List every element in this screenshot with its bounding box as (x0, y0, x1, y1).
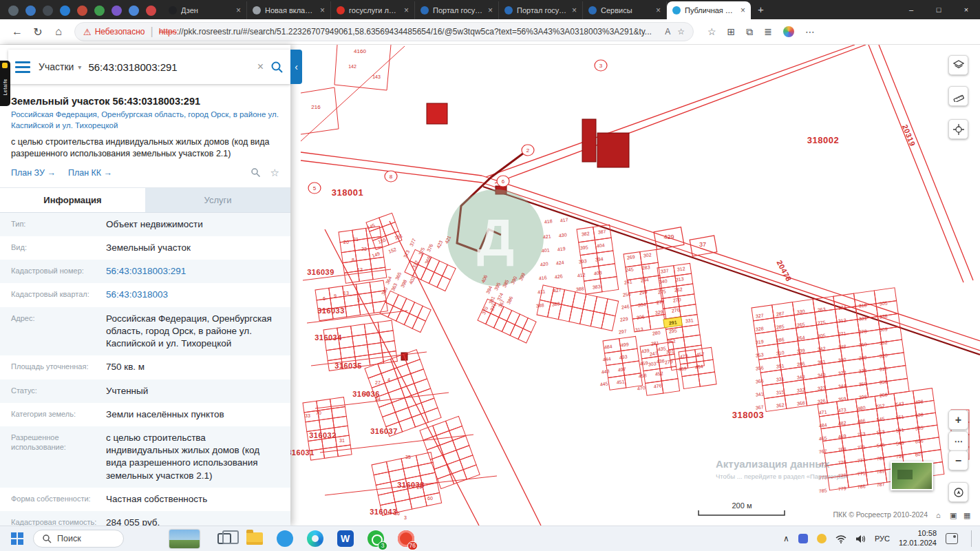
volume-icon[interactable] (855, 534, 866, 543)
grid-icon[interactable] (8, 6, 19, 16)
photo-icon[interactable] (129, 6, 139, 16)
browser-tab[interactable]: Дзен× (163, 1, 247, 19)
parcel-label: 286 (796, 361, 805, 367)
network-icon[interactable] (835, 534, 846, 543)
quarter-label: 316043 (370, 508, 397, 516)
browser-tab[interactable]: Сервисы× (583, 1, 667, 19)
search-input[interactable] (88, 61, 250, 73)
tab-information[interactable]: Информация (0, 188, 145, 212)
tab-close-icon[interactable]: × (319, 6, 326, 15)
file-explorer-button[interactable] (245, 530, 264, 548)
taskbar-clock[interactable]: 10:58 12.01.2024 (899, 529, 937, 548)
whatsapp-button[interactable]: 3 (366, 530, 385, 548)
language-indicator[interactable]: РУС (875, 534, 890, 543)
minimap-thumbnail[interactable] (891, 461, 933, 490)
browser-tab[interactable]: Новая вкладк...× (247, 1, 331, 19)
search-category-dropdown[interactable]: Участки ▾ (39, 61, 81, 72)
maximize-button[interactable]: □ (925, 0, 952, 19)
layers-button[interactable] (948, 55, 968, 75)
locate-button[interactable] (948, 482, 968, 502)
parcel-label: 498 (915, 399, 924, 405)
doc-search-icon[interactable] (251, 167, 261, 178)
collections-icon[interactable]: ⊞ (727, 26, 736, 37)
panel-collapse-button[interactable]: ‹ (290, 50, 302, 84)
parcel-label: 364 (385, 276, 392, 285)
url-field[interactable]: ⚠ Небезопасно | https://pkk.rosreestr.ru… (74, 22, 694, 41)
plan-kk-link[interactable]: План КК → (68, 168, 112, 178)
split-screen-icon[interactable]: ⧉ (746, 26, 753, 38)
security-warning-label[interactable]: Небезопасно (95, 27, 145, 37)
start-button[interactable] (7, 528, 28, 549)
task-view-button[interactable] (215, 530, 233, 548)
close-button[interactable]: × (952, 0, 980, 19)
info-row: Категория земель:Земли населённых пункто… (0, 403, 290, 426)
plan-zu-link[interactable]: План ЗУ → (11, 168, 56, 178)
whatsapp-badge: 3 (378, 541, 387, 550)
measure-button[interactable] (948, 86, 968, 106)
home-button[interactable]: ⌂ (48, 21, 69, 42)
tray-app-icon-blue[interactable] (798, 534, 808, 543)
tab-close-icon[interactable]: × (487, 6, 494, 15)
marker-button[interactable] (948, 119, 968, 139)
menu-icon[interactable] (15, 61, 30, 73)
map-home-icon[interactable]: ⌂ (936, 511, 941, 519)
word-button[interactable]: W (336, 530, 354, 548)
info-value[interactable]: 56:43:0318003 (102, 283, 290, 306)
more-menu-icon[interactable]: ⋯ (805, 26, 815, 37)
parcel-title: Земельный участок 56:43:0318003:291 (0, 89, 290, 110)
hidden-icons-chevron[interactable]: ∧ (783, 534, 789, 543)
reader-icon[interactable] (43, 6, 53, 16)
parcel-label: 376 (426, 243, 434, 253)
show-desktop-button[interactable] (971, 530, 973, 547)
back-button[interactable]: ← (7, 21, 28, 42)
clock-icon[interactable] (77, 6, 87, 16)
refresh-button[interactable]: ↻ (28, 21, 48, 42)
favorites-icon[interactable]: ☆ (707, 26, 716, 37)
tab-close-icon[interactable]: × (235, 6, 242, 15)
browser-tab[interactable]: Портал госуда...× (415, 1, 499, 19)
favorite-star-icon[interactable]: ☆ (270, 167, 279, 179)
zoom-out-button[interactable]: − (948, 450, 968, 470)
extension-ribbon[interactable]: Letaife (0, 61, 10, 106)
edge-button[interactable] (306, 530, 324, 548)
read-aloud-icon[interactable]: A (665, 27, 670, 37)
widgets-thumbnail[interactable] (169, 530, 200, 548)
minimize-button[interactable]: – (897, 0, 925, 19)
tab-close-icon[interactable]: × (739, 6, 747, 15)
parcel-label: 245 (625, 267, 634, 273)
flag-icon[interactable] (146, 6, 156, 16)
browser-essentials-icon[interactable] (783, 26, 794, 37)
browser-tab[interactable]: Портал госуда...× (499, 1, 583, 19)
info-row: Кадастровый квартал:56:43:0318003 (0, 283, 290, 306)
tray-app-icon-yellow[interactable] (817, 534, 827, 543)
parcel-label: 328 (755, 326, 764, 332)
extensions-icon[interactable]: ≣ (764, 26, 772, 37)
add-favorite-icon[interactable]: ☆ (677, 27, 685, 37)
map-layers-icon[interactable]: ▣ (950, 511, 957, 519)
parcel-label: 398 (400, 279, 407, 289)
taskbar-search[interactable]: Поиск (33, 530, 124, 548)
parcel-label: 401 (541, 247, 550, 253)
globe-icon[interactable] (25, 6, 36, 16)
tab-close-icon[interactable]: × (654, 6, 662, 15)
browser-tab[interactable]: Публичная ка...× (667, 1, 751, 19)
gem-icon[interactable] (111, 6, 122, 16)
parcel-label: 298 (858, 394, 867, 400)
app-button-blue[interactable] (275, 530, 294, 548)
tab-close-icon[interactable]: × (403, 6, 410, 15)
zoom-in-button[interactable]: + (948, 410, 968, 430)
info-value[interactable]: 56:43:0318003:291 (102, 260, 290, 283)
app-button-red[interactable]: 76 (396, 530, 415, 548)
tab-services[interactable]: Услуги (145, 188, 290, 212)
eco-icon[interactable] (94, 6, 105, 16)
browser-tab[interactable]: госуслуги лич...× (331, 1, 415, 19)
community-icon[interactable] (60, 6, 70, 16)
search-icon[interactable] (270, 61, 284, 74)
notification-icon[interactable] (946, 533, 958, 544)
map-basemap-icon[interactable]: ▦ (963, 511, 970, 519)
parcel-label: 476 (653, 383, 662, 389)
zoom-menu-button[interactable]: ⋯ (948, 431, 968, 451)
new-tab-button[interactable]: + (751, 1, 771, 19)
tab-close-icon[interactable]: × (571, 6, 578, 15)
clear-search-icon[interactable]: × (257, 61, 264, 73)
